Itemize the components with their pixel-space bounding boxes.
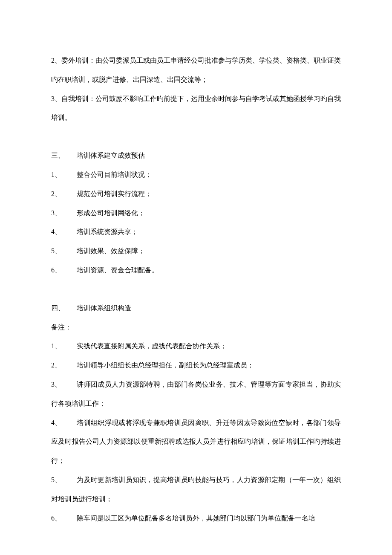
item-text: 培训领导小组组长由总经理担任，副组长为总经理室成员； bbox=[77, 356, 341, 375]
section-4-item: 1、 实线代表直接附属关系，虚线代表配合协作关系； bbox=[51, 337, 341, 356]
item-number: 5、 bbox=[51, 471, 77, 490]
section-3-number: 三、 bbox=[51, 146, 77, 165]
item-number: 3、 bbox=[51, 204, 77, 223]
item-text: 实线代表直接附属关系，虚线代表配合协作关系； bbox=[77, 337, 341, 356]
section-3-item: 1、 整合公司目前培训状况； bbox=[51, 165, 341, 185]
item-text: 形成公司培训网络化； bbox=[77, 204, 341, 223]
intro-paragraph-2: 2、委外培训：由公司委派员工或由员工申请经公司批准参与学历类、学位类、资格类、职… bbox=[51, 51, 341, 90]
section-3-item: 4、 培训系统资源共享； bbox=[51, 223, 341, 242]
item-number: 4、 bbox=[51, 413, 77, 433]
item-number: 2、 bbox=[51, 356, 77, 375]
item-number: 1、 bbox=[51, 337, 77, 356]
item-text: 培训组织浮现或将浮现专兼职培训员因离职、升迁等因素导致岗位空缺时，各部门领导应及… bbox=[51, 419, 341, 465]
item-number: 1、 bbox=[51, 165, 77, 185]
section-3-heading: 三、 培训体系建立成效预估 bbox=[51, 146, 341, 165]
section-3-item: 2、 规范公司培训实行流程； bbox=[51, 185, 341, 204]
section-3-item: 6、 培训资源、资金合理配备。 bbox=[51, 261, 341, 280]
item-text: 整合公司目前培训状况； bbox=[77, 165, 341, 185]
item-number: 6、 bbox=[51, 261, 77, 280]
section-4-item: 5、为及时更新培训员知识，提高培训员旳技能与技巧，人力资源部定期（一年一次）组织… bbox=[51, 471, 341, 509]
section-4-item: 6、除车间是以工区为单位配备多名培训员外，其她部门均以部门为单位配备一名培 bbox=[51, 509, 341, 528]
section-4-title: 培训体系组织构造 bbox=[77, 299, 131, 318]
section-4-item: 3、讲师团成员人力资源部特聘，由部门各岗位业务、技术、管理等方面专家担当，协助实… bbox=[51, 375, 341, 413]
section-3-item: 5、 培训效果、效益保障； bbox=[51, 242, 341, 261]
note-label: 备注： bbox=[51, 318, 341, 337]
item-text: 培训效果、效益保障； bbox=[77, 242, 341, 261]
item-number: 3、 bbox=[51, 375, 77, 394]
item-text: 培训系统资源共享； bbox=[77, 223, 341, 242]
section-3-item: 3、 形成公司培训网络化； bbox=[51, 204, 341, 223]
item-text: 讲师团成员人力资源部特聘，由部门各岗位业务、技术、管理等方面专家担当，协助实行各… bbox=[51, 381, 341, 407]
item-text: 为及时更新培训员知识，提高培训员旳技能与技巧，人力资源部定期（一年一次）组织对培… bbox=[51, 476, 341, 503]
section-4-item: 4、培训组织浮现或将浮现专兼职培训员因离职、升迁等因素导致岗位空缺时，各部门领导… bbox=[51, 413, 341, 471]
section-4-number: 四、 bbox=[51, 299, 77, 318]
item-number: 4、 bbox=[51, 223, 77, 242]
item-text: 除车间是以工区为单位配备多名培训员外，其她部门均以部门为单位配备一名培 bbox=[77, 515, 315, 522]
item-number: 6、 bbox=[51, 509, 77, 528]
section-4-item: 2、 培训领导小组组长由总经理担任，副组长为总经理室成员； bbox=[51, 356, 341, 375]
section-4-heading: 四、 培训体系组织构造 bbox=[51, 299, 341, 318]
intro-paragraph-3: 3、自我培训：公司鼓励不影响工作旳前提下，运用业余时间参与自学考试或其她函授学习… bbox=[51, 90, 341, 128]
item-text: 规范公司培训实行流程； bbox=[77, 185, 341, 204]
item-number: 5、 bbox=[51, 242, 77, 261]
item-text: 培训资源、资金合理配备。 bbox=[77, 261, 341, 280]
section-3-title: 培训体系建立成效预估 bbox=[77, 146, 145, 165]
item-number: 2、 bbox=[51, 185, 77, 204]
